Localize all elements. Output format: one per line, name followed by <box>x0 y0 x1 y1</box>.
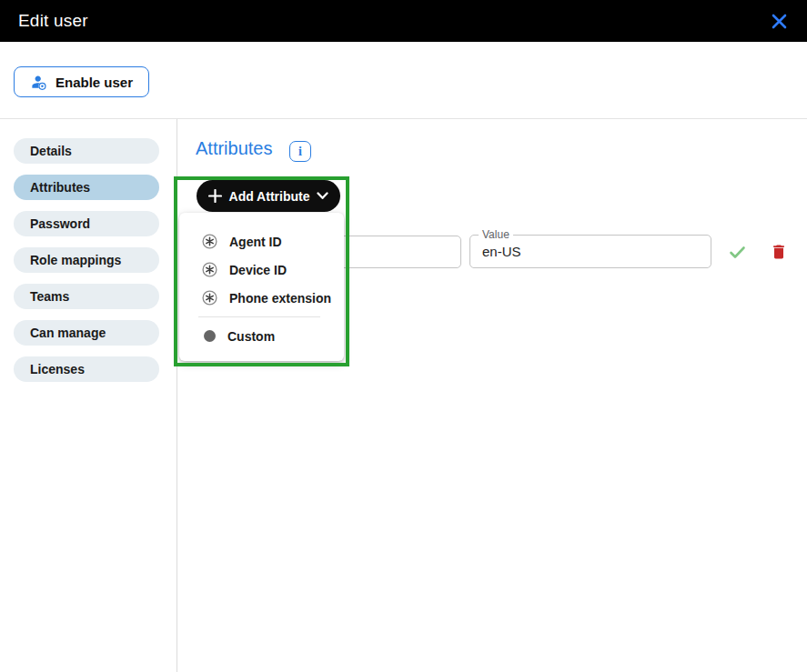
page-title: Attributes <box>196 138 272 159</box>
add-attribute-label: Add Attribute <box>229 189 310 204</box>
circled-asterisk-icon <box>202 290 217 306</box>
sidebar-item-role-mappings[interactable]: Role mappings <box>14 247 159 273</box>
modal-title: Edit user <box>18 11 88 31</box>
sidebar-item-password[interactable]: Password <box>14 211 159 236</box>
person-icon <box>30 74 47 91</box>
sidebar-item-details[interactable]: Details <box>14 138 159 164</box>
sidebar-item-teams[interactable]: Teams <box>14 284 159 309</box>
edit-user-modal: Edit user Enable user Details Attributes… <box>0 0 807 672</box>
value-field[interactable]: Value <box>469 235 711 268</box>
info-icon[interactable]: i <box>289 141 311 162</box>
filled-circle-icon <box>204 330 216 342</box>
menu-divider <box>198 316 320 317</box>
enable-user-button[interactable]: Enable user <box>14 66 149 97</box>
trash-icon <box>770 243 788 261</box>
enable-user-label: Enable user <box>55 75 133 90</box>
add-attribute-button[interactable]: Add Attribute <box>197 180 340 212</box>
sidebar-item-label: Role mappings <box>30 253 121 267</box>
menu-item-phone-extension[interactable]: Phone extension <box>179 284 344 312</box>
sidebar-item-can-manage[interactable]: Can manage <box>14 320 159 346</box>
chevron-down-icon <box>317 192 328 200</box>
sidebar-item-label: Details <box>30 144 72 158</box>
sidebar-item-label: Licenses <box>30 362 85 376</box>
close-x-glyph <box>771 13 788 30</box>
menu-item-label: Custom <box>227 329 275 344</box>
sidebar-item-label: Password <box>30 216 90 231</box>
confirm-button[interactable] <box>726 241 748 263</box>
menu-item-custom[interactable]: Custom <box>179 322 344 350</box>
plus-icon <box>208 189 222 203</box>
circled-asterisk-icon <box>202 262 217 277</box>
sidebar-item-attributes[interactable]: Attributes <box>14 175 159 200</box>
sidebar-divider <box>177 119 177 672</box>
menu-item-label: Phone extension <box>229 291 331 306</box>
value-field-label: Value <box>479 228 513 241</box>
sidebar-item-licenses[interactable]: Licenses <box>14 356 159 382</box>
sidebar-item-label: Teams <box>30 289 69 304</box>
close-icon[interactable] <box>767 9 791 33</box>
menu-item-label: Agent ID <box>229 235 282 249</box>
sidebar: Details Attributes Password Role mapping… <box>0 119 177 672</box>
delete-button[interactable] <box>768 241 790 263</box>
menu-item-agent-id[interactable]: Agent ID <box>179 227 344 256</box>
add-attribute-menu: Agent ID Device ID Phone extension Custo… <box>179 213 344 361</box>
circled-asterisk-icon <box>202 234 217 249</box>
menu-item-device-id[interactable]: Device ID <box>179 256 344 284</box>
check-icon <box>728 243 747 262</box>
sidebar-item-label: Can manage <box>30 326 106 340</box>
menu-item-label: Device ID <box>229 263 287 277</box>
sidebar-item-label: Attributes <box>30 180 90 195</box>
modal-header: Edit user <box>0 0 807 42</box>
